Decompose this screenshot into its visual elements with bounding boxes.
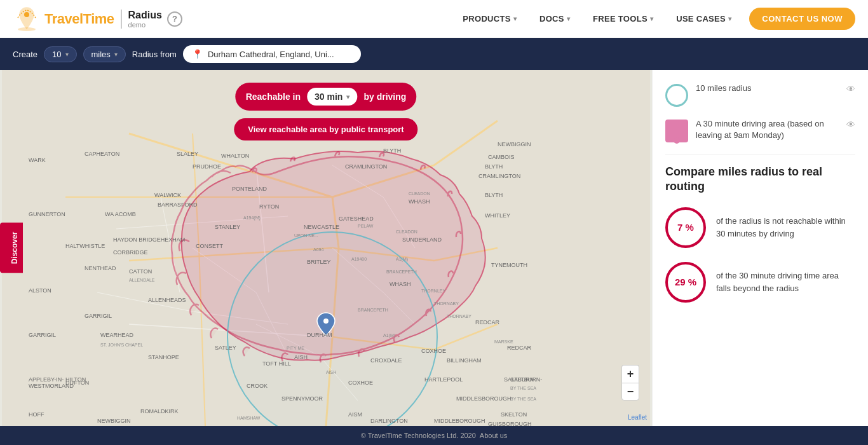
leaflet-credit[interactable]: Leaflet	[628, 414, 647, 421]
svg-text:PONTELAND: PONTELAND	[232, 186, 268, 192]
svg-text:STANHOPE: STANHOPE	[148, 354, 179, 360]
svg-text:CROXDALE: CROXDALE	[370, 357, 402, 364]
svg-text:A194(M): A194(M)	[243, 216, 261, 221]
footer-about-link[interactable]: About us	[480, 432, 507, 439]
nav: PRODUCTS ▾ DOCS ▾ FREE TOOLS ▾ USE CASES…	[451, 0, 855, 38]
legend-color-driving	[665, 120, 688, 142]
radius-badge: Radius demo	[121, 10, 162, 29]
svg-text:GUNNERTON: GUNNERTON	[29, 211, 65, 217]
svg-text:CLEADON: CLEADON	[396, 229, 417, 234]
svg-text:THORNLEY: THORNLEY	[421, 289, 445, 293]
svg-text:DURHAM: DURHAM	[307, 332, 332, 338]
zoom-controls: + −	[621, 365, 639, 400]
discover-tab[interactable]: Discover	[0, 223, 23, 273]
svg-text:PRUDHOE: PRUDHOE	[193, 163, 221, 170]
svg-text:WHASH: WHASH	[409, 198, 430, 205]
svg-text:WALWICK: WALWICK	[154, 192, 181, 198]
radius-unit-select[interactable]: miles ▾	[83, 46, 126, 62]
svg-text:REDCAR: REDCAR	[475, 319, 500, 325]
zoom-in-button[interactable]: +	[621, 365, 639, 383]
svg-text:TYNEMOUTH: TYNEMOUTH	[491, 262, 527, 268]
time-select[interactable]: 30 min ▾	[307, 88, 357, 106]
stat-text-1: of the radius is not reachable within 30…	[716, 215, 855, 240]
svg-text:HAMSHAW: HAMSHAW	[237, 416, 261, 420]
compare-title: Compare miles radius to real routing	[665, 165, 855, 195]
svg-text:HALTWHISTLE: HALTWHISTLE	[65, 243, 105, 249]
logo-icon	[13, 5, 41, 33]
svg-text:SLALEY: SLALEY	[177, 151, 198, 157]
svg-text:TOFT HILL: TOFT HILL	[262, 360, 291, 367]
nav-use-cases[interactable]: USE CASES ▾	[665, 0, 743, 38]
logo-text-area: TravelTime	[44, 11, 114, 27]
logo-text-travel: Travel	[44, 11, 83, 27]
legend-text-radius: 10 miles radius	[696, 83, 751, 94]
svg-text:CRAMLINGTON: CRAMLINGTON	[345, 163, 387, 170]
svg-text:SUNDERLAND: SUNDERLAND	[402, 236, 442, 243]
by-label: by driving	[363, 92, 406, 102]
svg-text:AISH: AISH	[294, 354, 308, 360]
svg-text:BRITLEY: BRITLEY	[307, 259, 331, 265]
footer: © TravelTime Technologies Ltd. 2020 Abou…	[0, 426, 868, 445]
nav-docs-arrow: ▾	[567, 15, 570, 22]
svg-text:WHALTON: WHALTON	[221, 153, 249, 159]
svg-text:ALSTON: ALSTON	[29, 287, 51, 294]
svg-text:COXHOE: COXHOE	[348, 380, 373, 386]
zoom-out-button[interactable]: −	[621, 383, 639, 400]
map-container[interactable]: WARK GUNNERTON ALSTON GARRIGIL APPLEBY-I…	[0, 70, 652, 426]
nav-docs[interactable]: DOCS ▾	[528, 0, 581, 38]
svg-text:BRANCEPETH: BRANCEPETH	[386, 270, 417, 274]
pin-icon: 📍	[192, 49, 203, 59]
svg-text:BY THE SEA: BY THE SEA	[510, 397, 536, 401]
svg-text:WA ACOMB: WA ACOMB	[105, 211, 136, 217]
svg-text:A694: A694	[313, 247, 323, 252]
svg-point-6	[323, 318, 329, 324]
svg-text:BILLINGHAM: BILLINGHAM	[447, 357, 482, 364]
svg-text:DARLINGTON: DARLINGTON	[370, 418, 408, 424]
time-select-arrow: ▾	[346, 93, 349, 100]
legend-color-radius	[665, 84, 688, 107]
location-input[interactable]: 📍 Durham Cathedral, England, Uni...	[183, 45, 361, 63]
svg-text:STANLEY: STANLEY	[215, 224, 240, 230]
svg-text:WARK: WARK	[29, 157, 46, 163]
svg-text:NEWCASTLE: NEWCASTLE	[304, 224, 339, 230]
location-value: Durham Cathedral, England, Uni...	[208, 50, 334, 59]
nav-free-tools[interactable]: FREE TOOLS ▾	[581, 0, 665, 38]
svg-text:AISH: AISH	[326, 370, 336, 374]
nav-products[interactable]: PRODUCTS ▾	[451, 0, 528, 38]
product-name: Radius	[128, 10, 162, 21]
svg-text:A1(M): A1(M)	[396, 257, 408, 262]
svg-text:BLYTH: BLYTH	[383, 147, 401, 154]
svg-text:CORBRIDGE: CORBRIDGE	[113, 249, 148, 256]
svg-text:THORNABY: THORNABY	[434, 301, 459, 306]
toggle-driving-eye[interactable]: 👁	[846, 118, 855, 130]
toggle-radius-eye[interactable]: 👁	[846, 83, 855, 94]
svg-text:WHITLEY: WHITLEY	[485, 212, 510, 219]
contact-button[interactable]: CONTACT US NOW	[749, 8, 855, 30]
create-label: Create	[13, 50, 37, 59]
svg-text:GARRIGIL: GARRIGIL	[29, 332, 56, 338]
public-transport-button[interactable]: View reachable area by public transport	[234, 118, 417, 140]
help-button[interactable]: ?	[167, 11, 182, 27]
stat-circle-1: 7 %	[665, 207, 706, 248]
svg-text:CONSETT: CONSETT	[196, 243, 224, 249]
reachable-controls: Reachable in 30 min ▾ by driving View re…	[234, 83, 417, 140]
svg-text:SATLEY: SATLEY	[215, 345, 236, 351]
svg-text:HOFF: HOFF	[29, 411, 44, 418]
svg-text:MIDDLEBOROUGH: MIDDLEBOROUGH	[434, 418, 485, 424]
svg-text:NEWBIGGIN: NEWBIGGIN	[498, 141, 531, 147]
legend-item-radius: 10 miles radius 👁	[665, 83, 855, 107]
radius-value-select[interactable]: 10 ▾	[44, 46, 76, 62]
svg-text:BRANCEPETH: BRANCEPETH	[358, 308, 388, 312]
svg-text:A19400: A19400	[351, 257, 367, 261]
nav-free-tools-arrow: ▾	[650, 15, 653, 22]
header: TravelTime Radius demo ? PRODUCTS ▾ DOCS…	[0, 0, 868, 38]
right-panel: 10 miles radius 👁 A 30 minute driving ar…	[652, 70, 868, 426]
svg-text:CAMBOIS: CAMBOIS	[488, 154, 515, 160]
svg-text:BY THE SEA: BY THE SEA	[510, 386, 536, 390]
svg-text:PELAW: PELAW	[358, 224, 374, 228]
svg-text:CRAMLINGTON: CRAMLINGTON	[478, 173, 520, 179]
logo-text-time: Time	[83, 11, 114, 27]
logo-area: TravelTime Radius demo ?	[13, 5, 182, 33]
svg-text:NEWBIGGIN: NEWBIGGIN	[97, 418, 131, 424]
stat-circle-2: 29 %	[665, 262, 706, 303]
